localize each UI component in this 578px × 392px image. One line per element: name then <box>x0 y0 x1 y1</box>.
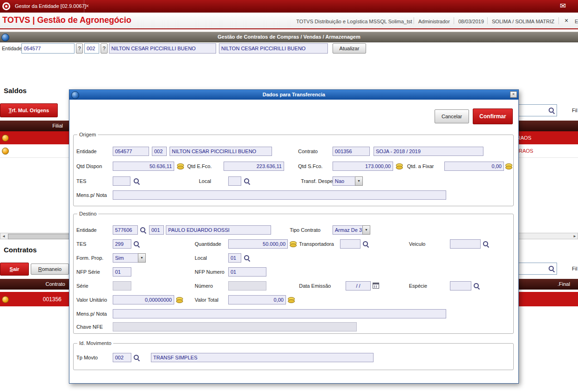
serie-label: Série <box>76 283 88 289</box>
qtd-sfco-field: 173.000,00 <box>333 162 393 171</box>
origem-contrato-desc-field: SOJA - 2018 / 2019 <box>374 147 483 156</box>
dialog-titlebar[interactable]: Dados para Transferencia × <box>69 90 518 100</box>
branch-label: SOLIMA / SOLIMA MATRIZ <box>492 19 554 24</box>
transf-despesa-select[interactable]: Nao <box>333 176 355 186</box>
transportadora-label: Transportadora <box>299 241 334 247</box>
origem-contrato-field[interactable]: 001356 <box>333 147 370 156</box>
valor-unitario-label: Valor Unitário <box>76 297 107 303</box>
lookup-icon[interactable] <box>473 283 480 290</box>
chevron-down-icon[interactable]: ▼ <box>355 176 363 186</box>
entity-store-field[interactable]: 002 <box>84 43 99 54</box>
transfer-dialog: Dados para Transferencia × Cancelar Conf… <box>69 89 519 384</box>
destino-entidade-field[interactable]: 577606 <box>113 225 138 235</box>
form-prop-select[interactable]: Sim <box>113 253 138 263</box>
tp-movto-field[interactable]: 002 <box>113 353 131 362</box>
data-emissao-label: Data Emissão <box>299 283 331 289</box>
tab-close-icon[interactable]: × <box>86 3 89 9</box>
data-emissao-field[interactable]: / / <box>346 281 371 291</box>
header-cut-text[interactable]: E <box>575 19 578 24</box>
chevron-down-icon[interactable]: ▼ <box>362 225 370 235</box>
qtd-efco-field: 223.636,11 <box>224 162 284 171</box>
tipo-contrato-select[interactable]: Armaz De 3 <box>333 225 363 235</box>
cancel-button[interactable]: Cancelar <box>435 109 469 123</box>
origem-legend: Origem <box>77 132 98 137</box>
destino-loja-field[interactable]: 001 <box>149 225 164 235</box>
destino-local-label: Local <box>195 255 207 261</box>
quantidade-label: Quantidade <box>195 241 221 247</box>
divider <box>454 17 454 24</box>
entity-bar: Entidade 054577 ? 002 ? NILTON CESAR PIC… <box>0 43 578 55</box>
tp-movto-label: Tp Movto <box>76 355 98 360</box>
entity-code-lookup-button[interactable]: ? <box>76 43 83 54</box>
especie-field[interactable] <box>450 281 471 291</box>
veiculo-field[interactable] <box>450 239 481 249</box>
lookup-icon[interactable] <box>483 241 490 248</box>
destino-local-field[interactable]: 01 <box>228 253 241 263</box>
confirm-button[interactable]: Confirmar <box>473 108 513 124</box>
coins-icon[interactable] <box>288 297 295 303</box>
origem-loja-field[interactable]: 002 <box>152 147 167 156</box>
romaneio-button[interactable]: Romaneio <box>31 264 69 275</box>
trf-mul-origens-button[interactable]: Trf. Mul. Origens <box>0 103 58 117</box>
origem-entidade-field[interactable]: 054577 <box>113 147 149 156</box>
origem-tes-field[interactable] <box>113 176 130 186</box>
coins-icon[interactable] <box>505 163 512 169</box>
entidade-label: Entidade <box>2 46 22 51</box>
lookup-icon[interactable] <box>133 178 140 185</box>
divider <box>558 17 559 24</box>
tp-movto-desc-field: TRANSF SIMPLES <box>151 353 374 362</box>
serie-field <box>113 281 131 291</box>
calendar-icon[interactable] <box>373 283 379 289</box>
chevron-down-icon[interactable]: ▼ <box>138 253 146 263</box>
chave-nfe-label: Chave NFE <box>76 324 103 330</box>
origem-mens-label: Mens.p/ Nota <box>76 192 107 198</box>
lookup-icon[interactable] <box>244 255 251 262</box>
origem-group: Origem Entidade 054577 002 NILTON CESAR … <box>73 135 514 206</box>
entity-store-lookup-button[interactable]: ? <box>101 43 108 54</box>
col-contrato[interactable]: Contrato <box>19 281 65 287</box>
col-filial[interactable]: Filial <box>19 123 63 128</box>
coins-icon[interactable] <box>176 297 183 303</box>
origem-nome-field: NILTON CESAR PICCIRILLI BUENO <box>170 147 272 156</box>
scroll-right-icon[interactable]: ► <box>573 234 577 238</box>
update-button[interactable]: Atualizar <box>333 43 366 54</box>
valor-total-field: 0,00 <box>228 295 286 304</box>
col-final[interactable]: .Final <box>558 281 570 287</box>
dialog-title: Dados para Transferencia <box>69 90 518 100</box>
window-tab[interactable]: Gestor da Entidade [02.9.0067] <box>11 0 84 13</box>
lookup-icon[interactable] <box>362 241 369 248</box>
transportadora-field[interactable] <box>340 239 360 249</box>
coins-icon[interactable] <box>396 163 403 169</box>
valor-unitario-field[interactable]: 0,00000000 <box>113 295 174 304</box>
destino-tes-field[interactable]: 299 <box>113 239 131 249</box>
scroll-left-icon[interactable]: ◄ <box>2 234 6 238</box>
search-icon <box>548 107 555 114</box>
destino-group: Destino Entidade 577606 001 PAULO EDUARD… <box>73 214 514 334</box>
quantidade-field[interactable]: 50.000,00 <box>228 239 288 249</box>
window-title: Gestão de Contratos de Compras / Vendas … <box>218 34 360 40</box>
header-close-icon[interactable]: × <box>564 17 568 24</box>
lookup-icon[interactable] <box>133 241 140 248</box>
destino-mens-label: Mens.p/ Nota <box>76 311 107 317</box>
lookup-icon[interactable] <box>133 354 140 361</box>
window-icon <box>1 34 9 41</box>
lookup-icon[interactable] <box>244 178 251 185</box>
nfp-serie-field[interactable]: 01 <box>113 267 131 277</box>
origem-local-field[interactable] <box>228 176 241 186</box>
sair-button[interactable]: Sair <box>0 263 29 276</box>
coins-icon[interactable] <box>290 241 297 247</box>
app-header: TOTVS | Gestão de Agronegócio TOTVS Dist… <box>0 13 578 29</box>
nfp-numero-field[interactable]: 01 <box>228 267 266 277</box>
destino-mens-field[interactable] <box>113 309 446 318</box>
divider <box>487 17 488 24</box>
entity-code-field[interactable]: 054577 <box>21 43 75 54</box>
origem-mens-field[interactable] <box>113 190 446 200</box>
coins-icon[interactable] <box>177 163 184 169</box>
row-contrato: 001356 <box>43 296 61 303</box>
dialog-close-icon[interactable]: × <box>510 91 517 98</box>
mail-icon[interactable]: ✉ <box>560 1 566 10</box>
environment-label: TOTVS Distribuição e Logística MSSQL Sol… <box>296 19 412 24</box>
user-label: Administrador <box>418 19 450 24</box>
destino-nome-field: PAULO EDUARDO ROSSI <box>166 225 271 235</box>
lookup-icon[interactable] <box>140 227 147 234</box>
